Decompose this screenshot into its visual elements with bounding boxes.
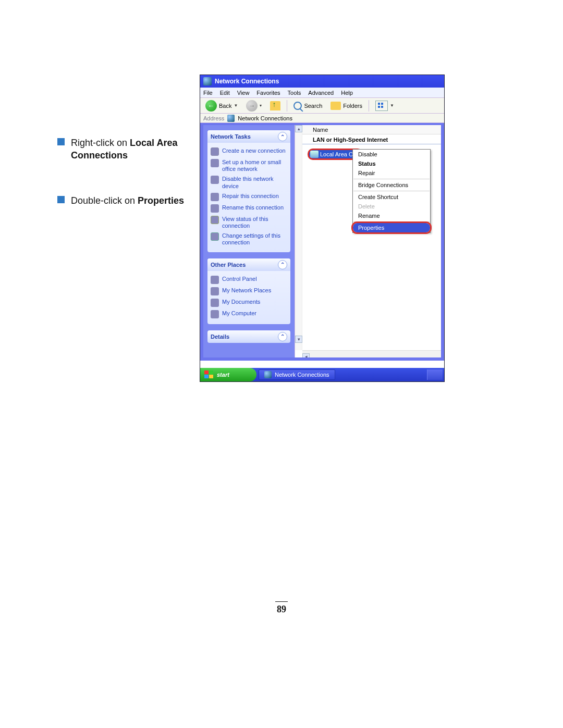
menu-edit[interactable]: Edit <box>220 90 230 96</box>
place-label: My Documents <box>222 299 260 305</box>
status-bar <box>200 361 444 368</box>
task-label: Disable this network device <box>222 176 287 189</box>
other-places-panel: Other Places ⌃ Control Panel My Network … <box>207 258 290 324</box>
folder-up-icon <box>270 101 280 110</box>
disable-icon <box>211 176 219 184</box>
task-repair[interactable]: Repair this connection <box>211 191 287 203</box>
menu-bar: File Edit View Favorites Tools Advanced … <box>200 88 444 98</box>
taskbar-item[interactable]: Network Connections <box>259 369 335 380</box>
task-label: Rename this connection <box>222 204 284 211</box>
my-network-places-icon <box>211 287 219 295</box>
window-icon <box>203 77 212 85</box>
back-button[interactable]: ← Back ▼ <box>203 99 240 113</box>
address-bar: Address Network Connections <box>200 114 444 123</box>
title-bar: Network Connections <box>200 75 444 88</box>
ctx-properties[interactable]: Properties <box>353 223 430 232</box>
system-tray[interactable] <box>427 369 443 380</box>
ctx-rename[interactable]: Rename <box>353 211 430 220</box>
collapse-icon[interactable]: ⌃ <box>278 332 287 341</box>
details-header[interactable]: Details ⌃ <box>207 330 290 343</box>
details-title: Details <box>211 334 229 340</box>
bullet-icon <box>57 138 65 145</box>
task-label: Repair this connection <box>222 193 279 200</box>
place-label: Control Panel <box>222 276 257 282</box>
back-label: Back <box>219 103 231 109</box>
rename-icon <box>211 204 219 213</box>
menu-view[interactable]: View <box>237 90 250 96</box>
scroll-down-button[interactable]: ▾ <box>295 336 302 343</box>
scroll-up-button[interactable]: ▴ <box>295 125 302 132</box>
ctx-separator <box>353 179 430 179</box>
network-connection-icon <box>310 151 319 158</box>
bullet-icon <box>57 196 65 203</box>
place-label: My Computer <box>222 310 256 317</box>
up-button[interactable] <box>268 100 283 112</box>
place-my-documents[interactable]: My Documents <box>211 297 287 309</box>
menu-help[interactable]: Help <box>341 90 353 96</box>
taskbar-item-label: Network Connections <box>275 372 329 378</box>
content-area: Network Tasks ⌃ Create a new connection … <box>200 123 444 361</box>
other-places-header[interactable]: Other Places ⌃ <box>207 258 290 271</box>
group-header: LAN or High-Speed Internet <box>302 134 441 144</box>
task-rename[interactable]: Rename this connection <box>211 203 287 214</box>
start-button[interactable]: start <box>200 368 256 381</box>
ctx-delete: Delete <box>353 202 430 211</box>
toolbar-separator <box>287 100 287 112</box>
views-icon <box>375 101 388 111</box>
task-setup-home[interactable]: Set up a home or small office network <box>211 157 287 174</box>
column-header-label: Name <box>313 127 328 133</box>
network-tasks-title: Network Tasks <box>211 133 251 140</box>
network-tasks-header[interactable]: Network Tasks ⌃ <box>207 130 290 143</box>
new-connection-icon <box>211 147 219 156</box>
place-my-computer[interactable]: My Computer <box>211 309 287 320</box>
my-documents-icon <box>211 299 219 307</box>
ctx-status[interactable]: Status <box>353 159 430 168</box>
task-create-connection[interactable]: Create a new connection <box>211 146 287 157</box>
ctx-disable[interactable]: Disable <box>353 150 430 159</box>
details-panel: Details ⌃ <box>207 330 290 343</box>
instr1-prefix: Right-click on <box>71 138 130 148</box>
collapse-icon[interactable]: ⌃ <box>278 132 287 141</box>
taskbar-item-icon <box>264 371 272 378</box>
folders-button[interactable]: Folders <box>328 101 364 111</box>
address-value[interactable]: Network Connections <box>238 115 292 121</box>
place-control-panel[interactable]: Control Panel <box>211 274 287 286</box>
menu-file[interactable]: File <box>203 90 213 96</box>
other-places-title: Other Places <box>211 262 246 268</box>
menu-advanced[interactable]: Advanced <box>308 90 334 96</box>
group-header-label: LAN or High-Speed Internet <box>313 137 388 143</box>
menu-favorites[interactable]: Favorites <box>256 90 280 96</box>
menu-tools[interactable]: Tools <box>288 90 301 96</box>
forward-button[interactable]: → ▾ <box>244 99 264 113</box>
column-header-name[interactable]: Name <box>302 125 441 134</box>
horizontal-scrollbar[interactable]: ◂ <box>302 350 441 357</box>
view-status-icon <box>211 216 219 224</box>
folders-label: Folders <box>343 103 362 109</box>
taskbar: start Network Connections <box>200 368 444 381</box>
views-button[interactable]: ▼ <box>373 100 396 112</box>
folders-icon <box>331 102 341 110</box>
address-label: Address <box>203 115 224 121</box>
control-panel-icon <box>211 276 219 284</box>
tasks-pane: Network Tasks ⌃ Create a new connection … <box>203 125 295 357</box>
task-change-settings[interactable]: Change settings of this connection <box>211 231 287 248</box>
scroll-gutter: ▴ ▾ <box>295 125 302 350</box>
toolbar: ← Back ▼ → ▾ Search Folders <box>200 98 444 114</box>
ctx-repair[interactable]: Repair <box>353 168 430 178</box>
task-label: View status of this connection <box>222 216 287 229</box>
task-label: Create a new connection <box>222 147 286 154</box>
ctx-shortcut[interactable]: Create Shortcut <box>353 192 430 202</box>
place-my-network[interactable]: My Network Places <box>211 286 287 297</box>
search-button[interactable]: Search <box>291 101 324 111</box>
instruction-item-2: Double-click on Properties <box>57 194 198 207</box>
collapse-icon[interactable]: ⌃ <box>278 260 287 269</box>
forward-dropdown-icon: ▾ <box>260 103 262 108</box>
ctx-bridge[interactable]: Bridge Connections <box>353 180 430 190</box>
place-label: My Network Places <box>222 287 271 294</box>
task-disable-device[interactable]: Disable this network device <box>211 174 287 191</box>
search-label: Search <box>304 103 322 109</box>
scroll-left-button[interactable]: ◂ <box>302 353 310 357</box>
views-dropdown-icon: ▼ <box>390 103 394 108</box>
task-view-status[interactable]: View status of this connection <box>211 214 287 231</box>
network-tasks-panel: Network Tasks ⌃ Create a new connection … <box>207 130 290 252</box>
